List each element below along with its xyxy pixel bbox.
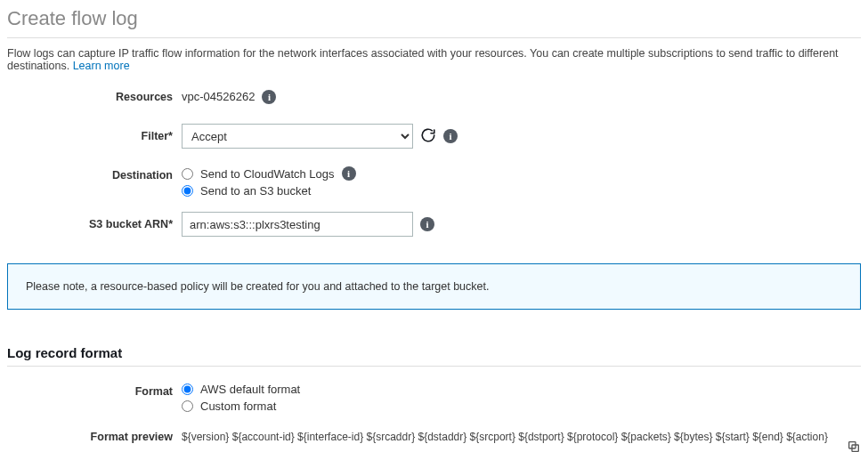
- radio-custom-input[interactable]: [182, 400, 193, 412]
- row-s3-arn: S3 bucket ARN* i: [7, 212, 861, 237]
- radio-default-input[interactable]: [182, 383, 193, 395]
- info-icon[interactable]: i: [342, 166, 356, 181]
- label-format: Format: [7, 379, 182, 404]
- destination-radio-s3[interactable]: Send to an S3 bucket: [182, 184, 356, 198]
- row-resources: Resources vpc-04526262 i: [7, 85, 861, 109]
- radio-custom-label: Custom format: [200, 400, 276, 413]
- info-icon[interactable]: i: [443, 129, 458, 143]
- description-text: Flow logs can capture IP traffic flow in…: [7, 47, 839, 72]
- format-radio-default[interactable]: AWS default format: [182, 383, 300, 396]
- copy-icon[interactable]: [847, 440, 861, 452]
- label-s3-arn: S3 bucket ARN*: [7, 212, 182, 237]
- format-radio-custom[interactable]: Custom format: [182, 400, 300, 413]
- label-destination: Destination: [7, 163, 182, 188]
- label-format-preview: Format preview: [7, 427, 182, 447]
- section-title-log-format: Log record format: [7, 345, 861, 367]
- row-format: Format AWS default format Custom format: [7, 379, 861, 413]
- radio-cloudwatch-input[interactable]: [182, 168, 193, 180]
- filter-select[interactable]: Accept: [182, 124, 413, 149]
- label-resources: Resources: [7, 85, 182, 109]
- form-area: Resources vpc-04526262 i Filter* Accept …: [7, 85, 861, 263]
- info-icon[interactable]: i: [420, 217, 434, 231]
- radio-cloudwatch-label: Send to CloudWatch Logs: [200, 167, 335, 181]
- policy-note: Please note, a resource-based policy wil…: [7, 263, 861, 310]
- page-title: Create flow log: [7, 5, 861, 38]
- resources-value: vpc-04526262: [182, 85, 255, 109]
- radio-s3-label: Send to an S3 bucket: [200, 184, 311, 198]
- label-filter: Filter*: [7, 124, 182, 149]
- row-filter: Filter* Accept i: [7, 124, 861, 149]
- info-icon[interactable]: i: [262, 90, 276, 104]
- page-description: Flow logs can capture IP traffic flow in…: [7, 38, 861, 85]
- learn-more-link[interactable]: Learn more: [73, 60, 130, 72]
- format-preview-value: ${version} ${account-id} ${interface-id}…: [182, 427, 834, 452]
- log-format-area: Format AWS default format Custom format …: [7, 379, 861, 452]
- refresh-icon[interactable]: [420, 127, 436, 146]
- s3-arn-input[interactable]: [182, 212, 413, 237]
- row-format-preview: Format preview ${version} ${account-id} …: [7, 427, 861, 452]
- radio-default-label: AWS default format: [200, 383, 300, 396]
- destination-radio-cloudwatch[interactable]: Send to CloudWatch Logs i: [182, 166, 356, 181]
- row-destination: Destination Send to CloudWatch Logs i Se…: [7, 163, 861, 198]
- radio-s3-input[interactable]: [182, 185, 193, 197]
